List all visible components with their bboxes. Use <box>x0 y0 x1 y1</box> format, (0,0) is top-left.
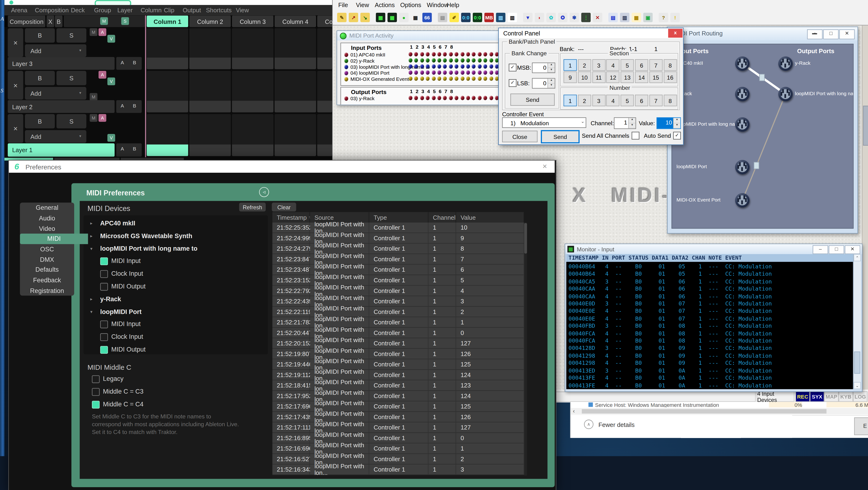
table-cell[interactable]: 21:52:24:279 <box>272 244 310 254</box>
table-cell[interactable]: 123 <box>456 380 524 391</box>
resolume-menu-deck[interactable]: Deck <box>71 7 85 13</box>
midi-display-icon[interactable]: ▦ <box>376 13 385 22</box>
cage-window-icon[interactable]: ▦ <box>631 13 641 22</box>
table-cell[interactable]: 21:52:17:439 <box>272 412 310 422</box>
grid-button-4[interactable]: 4 <box>607 59 620 71</box>
tree-device-label[interactable]: APC40 mkII <box>100 220 135 226</box>
table-cell[interactable]: 21:52:23:487 <box>272 265 310 275</box>
resolume-menu-layer[interactable]: Layer <box>117 7 133 13</box>
grid-button-2[interactable]: 2 <box>578 95 591 106</box>
table-cell[interactable]: Controller 1 <box>369 244 429 254</box>
table-cell[interactable]: 126 <box>456 349 524 359</box>
table-cell[interactable]: Controller 1 <box>369 338 429 349</box>
monitor-close-button[interactable]: ✕ <box>845 245 861 254</box>
layer-label[interactable]: Layer 3 <box>8 57 115 70</box>
tree-device-label[interactable]: loopMIDI Port with long name to <box>100 245 197 252</box>
middle-c-checkbox[interactable] <box>92 388 100 396</box>
sidebar-item-general[interactable]: General <box>20 203 74 213</box>
table-cell[interactable]: 1 <box>429 328 456 338</box>
table-cell[interactable]: 1 <box>456 443 524 454</box>
layer-label[interactable]: Layer 1 <box>8 144 115 157</box>
traffic-light-icon[interactable]: ⋮ <box>581 13 591 22</box>
tree-checkbox[interactable] <box>100 321 108 329</box>
tree-collapse-icon[interactable]: ▾ <box>90 246 92 251</box>
table-cell[interactable]: 21:52:16:696 <box>272 443 310 454</box>
channel-spinner[interactable]: 1▲▼ <box>614 117 636 129</box>
middle-c-checkbox[interactable] <box>92 375 100 383</box>
msb-checkbox[interactable]: ✓ <box>509 64 517 71</box>
grid-button-5[interactable]: 5 <box>621 59 634 71</box>
table-cell[interactable]: 4 <box>456 286 524 296</box>
open-folder-icon[interactable]: ✎ <box>337 13 347 22</box>
table-cell[interactable]: Controller 1 <box>369 317 429 328</box>
crossfade-b-button[interactable]: B <box>133 146 136 152</box>
table-cell[interactable]: 21:52:22:119 <box>272 307 310 317</box>
table-cell[interactable]: 1 <box>429 454 456 464</box>
table-cell[interactable]: 21:52:21:783 <box>272 317 310 328</box>
table-cell[interactable]: 1 <box>429 222 456 233</box>
clip-cell[interactable] <box>147 71 188 113</box>
table-cell[interactable]: 3 <box>456 464 524 475</box>
table-cell[interactable]: Controller 1 <box>369 349 429 359</box>
table-cell[interactable]: 3 <box>456 296 524 307</box>
composition-x-button[interactable]: X <box>46 16 54 27</box>
taskmgr-hscrollbar[interactable]: ‹ <box>571 408 868 415</box>
grid-button-13[interactable]: 13 <box>621 71 634 83</box>
clip-cell[interactable] <box>232 114 274 156</box>
layer-label[interactable]: Layer 2 <box>8 100 115 113</box>
clip-cell[interactable] <box>275 28 316 69</box>
sidebar-item-video[interactable]: Video <box>20 223 74 234</box>
sidebar-item-dmx[interactable]: DMX <box>20 254 74 265</box>
resolume-menu-column[interactable]: Column <box>141 7 162 13</box>
keyboard-disabled-icon[interactable]: ▤ <box>438 13 447 22</box>
tree-option-label[interactable]: MIDI Input <box>111 257 141 264</box>
monitor-maximize-button[interactable]: □ <box>829 245 844 254</box>
grid-button-3[interactable]: 3 <box>592 95 605 106</box>
table-cell[interactable]: 1 <box>429 370 456 380</box>
scroll-down-icon[interactable]: ⌄ <box>854 382 861 389</box>
sidebar-item-defaults[interactable]: Defaults <box>20 265 74 275</box>
grid-button-5[interactable]: 5 <box>621 95 634 106</box>
tree-option-label[interactable]: Clock Input <box>111 270 143 277</box>
grid-button-8[interactable]: 8 <box>663 59 677 71</box>
table-cell[interactable]: Controller 1 <box>369 222 429 233</box>
table-cell[interactable]: 21:52:18:415 <box>272 380 310 391</box>
column-header-3[interactable]: Column 3 <box>232 16 274 27</box>
monitor-titlebar[interactable]: ▦ Monitor - Input – □ ✕ <box>565 244 862 254</box>
table-cell[interactable]: Controller 1 <box>369 328 429 338</box>
din-input-1-icon[interactable] <box>735 57 750 71</box>
layer-m-toggle[interactable]: M <box>90 28 98 36</box>
tree-checkbox[interactable] <box>100 346 108 354</box>
red-x-icon[interactable]: ✕ <box>593 13 602 22</box>
table-cell[interactable]: 0 <box>456 328 524 338</box>
table-cell[interactable]: 21:52:17:952 <box>272 391 310 401</box>
crossfade-b-button[interactable]: B <box>133 60 136 65</box>
table-cell[interactable]: 8 <box>456 244 524 254</box>
control-panel-titlebar[interactable]: Control Panel x <box>499 28 683 38</box>
table-header-timestamp[interactable]: Timestamp ▿ <box>272 212 310 222</box>
table-cell[interactable]: loopMIDI Port with lon... <box>310 464 369 475</box>
composition-s-toggle[interactable]: S <box>121 17 129 25</box>
tree-expand-icon[interactable]: ▸ <box>90 297 92 302</box>
table-cell[interactable]: 1 <box>429 422 456 433</box>
table-cell[interactable]: 6 <box>456 265 524 275</box>
table-cell[interactable]: 21:52:16:527 <box>272 454 310 464</box>
table-cell[interactable]: 10 <box>456 222 524 233</box>
table-cell[interactable]: 9 <box>456 233 524 244</box>
table-cell[interactable]: 21:52:19:807 <box>272 349 310 359</box>
table-cell[interactable]: Controller 1 <box>369 401 429 412</box>
grid-button-11[interactable]: 11 <box>592 71 605 83</box>
table-vscrollbar[interactable] <box>524 222 527 476</box>
bars-window-icon[interactable]: ▥ <box>620 13 629 22</box>
tree-option-label[interactable]: MIDI Input <box>111 321 141 328</box>
midiox-menu-options[interactable]: Options <box>400 2 421 8</box>
preferences-titlebar[interactable]: 6 Preferences × <box>9 161 555 173</box>
lsb-checkbox[interactable]: ✓ <box>509 79 517 87</box>
layer-s-button[interactable]: S <box>57 28 87 42</box>
table-cell[interactable]: 1 <box>429 349 456 359</box>
middle-c-checkbox[interactable] <box>92 401 100 408</box>
tree-expand-icon[interactable]: ▸ <box>90 234 92 238</box>
table-cell[interactable]: Controller 1 <box>369 443 429 454</box>
close-button[interactable]: Close <box>502 131 537 142</box>
clip-cell[interactable] <box>275 114 316 156</box>
